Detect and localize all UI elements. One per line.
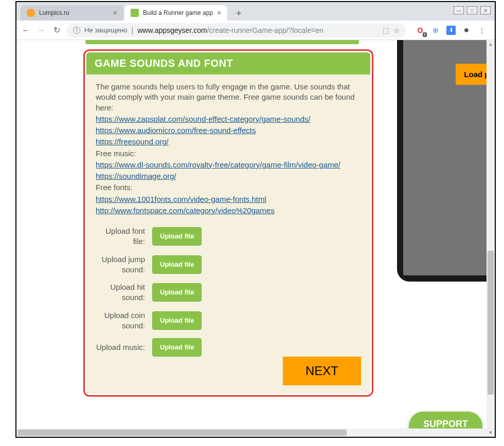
phone-screen: Load prev	[403, 40, 495, 275]
close-tab-icon[interactable]: ×	[109, 9, 117, 17]
hscroll-thumb[interactable]	[17, 430, 347, 436]
address-bar: ← → ↻ i Не защищено | www.appsgeyser.com…	[16, 21, 495, 40]
vertical-scrollbar[interactable]: ▲ ▼	[487, 40, 495, 437]
upload-hit-button[interactable]: Upload file	[152, 283, 202, 302]
upload-hit-label: Upload hit sound:	[96, 282, 152, 303]
link-soundimage[interactable]: https://soundimage.org/	[96, 172, 176, 180]
highlighted-card: GAME SOUNDS AND FONT The game sounds hel…	[83, 49, 373, 397]
scroll-up-icon[interactable]: ▲	[487, 40, 495, 48]
new-tab-button[interactable]: +	[231, 6, 246, 21]
forward-button[interactable]: →	[36, 25, 46, 35]
upload-font-label: Upload font file:	[96, 226, 152, 247]
tab-label: Lumpics.ru	[39, 9, 69, 16]
upload-font-button[interactable]: Upload file	[152, 227, 202, 246]
site-info-icon[interactable]: i	[73, 27, 80, 34]
reload-button[interactable]: ↻	[51, 25, 62, 35]
link-1001fonts[interactable]: https://www.1001fonts.com/video-game-fon…	[96, 195, 266, 203]
label-free-fonts: Free fonts:	[96, 182, 361, 193]
back-button[interactable]: ←	[21, 25, 31, 35]
favicon-icon	[131, 9, 139, 17]
upload-coin-label: Upload coin sound:	[96, 310, 152, 331]
upload-music-button[interactable]: Upload file	[152, 338, 202, 357]
window-controls: — □ ✕	[454, 6, 491, 14]
globe-ext-icon[interactable]: ⊕	[431, 26, 440, 35]
translate-icon[interactable]: ⬚	[383, 26, 389, 34]
upload-jump-label: Upload jump sound:	[96, 254, 152, 275]
security-warning: Не защищено	[84, 26, 128, 34]
tab-appsgeyser[interactable]: Build a Runner game app ×	[124, 5, 227, 21]
extension-icons: O7 ⊕ ⬇ ● ⋮	[411, 26, 491, 35]
scroll-down-icon[interactable]: ▼	[487, 429, 495, 437]
tab-lumpics[interactable]: Lumpics.ru ×	[21, 5, 123, 21]
page-content: Load prev GAME SOUNDS AND FONT The game …	[16, 40, 495, 437]
menu-icon[interactable]: ⋮	[477, 26, 487, 35]
close-window-button[interactable]: ✕	[480, 6, 491, 14]
link-audiomicro[interactable]: https://www.audiomicro.com/free-sound-ef…	[96, 126, 256, 135]
link-freesound[interactable]: https://freesound.org/	[96, 137, 169, 146]
phone-preview-area: Load prev	[392, 40, 495, 302]
url-field[interactable]: i Не защищено | www.appsgeyser.com/creat…	[67, 23, 406, 38]
maximize-button[interactable]: □	[467, 6, 477, 14]
next-button[interactable]: NEXT	[283, 357, 361, 385]
horizontal-scrollbar[interactable]	[16, 429, 487, 437]
scroll-thumb[interactable]	[488, 251, 494, 395]
card-panel: GAME SOUNDS AND FONT The game sounds hel…	[86, 52, 370, 394]
browser-window: — □ ✕ Lumpics.ru × Build a Runner game a…	[15, 1, 496, 438]
bookmark-star-icon[interactable]: ☆	[393, 26, 400, 34]
link-zapsplat[interactable]: https://www.zapsplat.com/sound-effect-ca…	[96, 115, 310, 123]
upload-music-label: Upload music:	[96, 342, 152, 352]
label-free-music: Free music:	[96, 148, 361, 159]
link-dlsounds[interactable]: https://www.dl-sounds.com/royalty-free/c…	[96, 160, 340, 169]
download-ext-icon[interactable]: ⬇	[446, 26, 456, 35]
tab-bar: Lumpics.ru × Build a Runner game app × +	[16, 2, 495, 21]
card-body: The game sounds help users to fully enga…	[86, 75, 370, 364]
upload-coin-button[interactable]: Upload file	[152, 311, 202, 330]
favicon-icon	[27, 9, 35, 17]
card-title: GAME SOUNDS AND FONT	[86, 52, 370, 75]
url-text: www.appsgeyser.com/create-runnerGame-app…	[137, 26, 323, 34]
intro-text: The game sounds help users to fully enga…	[96, 82, 361, 113]
upload-jump-button[interactable]: Upload file	[152, 255, 202, 274]
minimize-button[interactable]: —	[454, 6, 464, 14]
avatar-icon[interactable]: ●	[462, 26, 471, 35]
link-fontspace[interactable]: http://www.fontspace.com/category/video%…	[96, 206, 275, 215]
phone-frame: Load prev	[397, 40, 495, 282]
opera-ext-icon[interactable]: O7	[416, 26, 425, 35]
progress-strip	[85, 40, 359, 44]
tab-label: Build a Runner game app	[143, 9, 213, 16]
close-tab-icon[interactable]: ×	[213, 9, 221, 17]
